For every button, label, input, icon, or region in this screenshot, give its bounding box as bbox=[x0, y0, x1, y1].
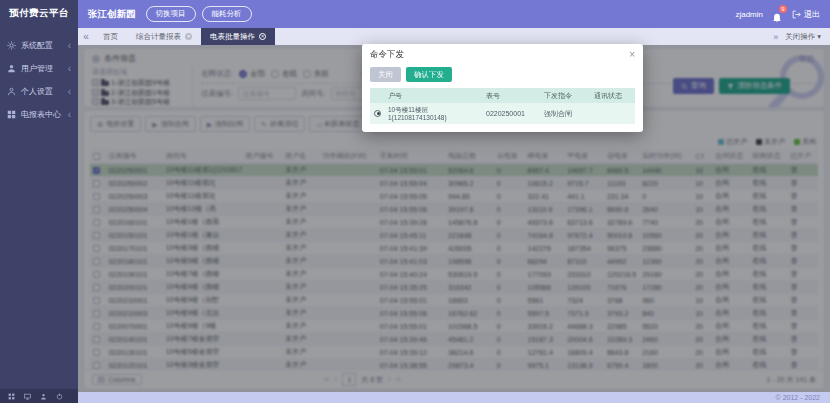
sidebar-item-system-config[interactable]: 系统配置 ‹ bbox=[0, 34, 78, 57]
radio-selected-icon[interactable] bbox=[374, 110, 381, 117]
tab-home[interactable]: 首页 bbox=[94, 28, 127, 45]
radio-cell[interactable] bbox=[370, 103, 384, 124]
confirm-dispatch-button[interactable]: 确认下发 bbox=[406, 67, 452, 82]
close-icon[interactable]: × bbox=[629, 50, 635, 60]
copyright-bar: © 2012 - 2022 bbox=[78, 392, 830, 403]
dispatch-row[interactable]: 10号楼11楼层 1(12108174130148) 0220250001 强制… bbox=[370, 103, 635, 124]
modal-header: 命令下发 × bbox=[370, 49, 635, 61]
column-header: 表号 bbox=[482, 88, 540, 103]
tab-bar-right: » 关闭操作 ▾ bbox=[773, 32, 830, 42]
screen: 预付费云平台 系统配置 ‹ 用户管理 ‹ 个人设置 ‹ 电报表中心 ‹ bbox=[0, 0, 830, 403]
column-header: 户号 bbox=[384, 88, 482, 103]
sidebar-item-label: 个人设置 bbox=[21, 86, 53, 97]
dispatch-header-row: 户号 表号 下发指令 通讯状态 bbox=[370, 88, 635, 103]
tab-label: 电表批量操作 bbox=[210, 32, 255, 42]
dispatch-table: 户号 表号 下发指令 通讯状态 10号楼11楼层 1(1210817413014… bbox=[370, 88, 635, 124]
column-header: 下发指令 bbox=[540, 88, 590, 103]
account-line2: 1(12108174130148) bbox=[388, 114, 478, 122]
chevron-left-icon: ‹ bbox=[68, 65, 71, 73]
column-header: 通讯状态 bbox=[590, 88, 635, 103]
modal-title: 命令下发 bbox=[370, 49, 404, 61]
comm-status-cell bbox=[590, 103, 635, 124]
exit-icon bbox=[792, 10, 801, 19]
username[interactable]: zjadmin bbox=[735, 10, 763, 19]
energy-analysis-button[interactable]: 能耗分析 bbox=[202, 6, 252, 22]
chevron-left-icon: ‹ bbox=[68, 88, 71, 96]
logout-button[interactable]: 退出 bbox=[792, 9, 820, 20]
sidebar-item-user-management[interactable]: 用户管理 ‹ bbox=[0, 57, 78, 80]
modal-buttons: 关闭 确认下发 bbox=[370, 67, 635, 82]
tab-label: 首页 bbox=[103, 32, 118, 42]
tabs-overflow-icon[interactable]: » bbox=[773, 32, 778, 42]
tab-meter-batch-operation[interactable]: 电表批量操作 × bbox=[201, 28, 275, 45]
modal-close-button[interactable]: 关闭 bbox=[370, 67, 401, 82]
sidebar-item-label: 电报表中心 bbox=[21, 109, 61, 120]
close-operations-label: 关闭操作 bbox=[785, 32, 815, 42]
tab-bar: « 首页 综合计量报表 × 电表批量操作 × » 关闭操作 ▾ bbox=[78, 28, 830, 45]
collapse-tabs-icon[interactable]: « bbox=[78, 31, 94, 42]
close-operations-dropdown[interactable]: 关闭操作 ▾ bbox=[785, 32, 821, 42]
chevron-left-icon: ‹ bbox=[68, 42, 71, 50]
account-cell: 10号楼11楼层 1(12108174130148) bbox=[384, 103, 482, 124]
radio-column-header bbox=[370, 88, 384, 103]
sidebar: 预付费云平台 系统配置 ‹ 用户管理 ‹ 个人设置 ‹ 电报表中心 ‹ bbox=[0, 0, 78, 403]
user-small-icon[interactable] bbox=[40, 393, 47, 400]
power-icon[interactable] bbox=[56, 393, 63, 400]
gear-icon bbox=[7, 41, 16, 50]
top-header: 张江创新园 切换项目 能耗分析 zjadmin 9 退出 bbox=[78, 0, 830, 28]
caret-down-icon: ▾ bbox=[817, 32, 821, 41]
user-icon bbox=[7, 64, 16, 73]
switch-project-button[interactable]: 切换项目 bbox=[146, 6, 196, 22]
tab-label: 综合计量报表 bbox=[136, 32, 181, 42]
project-name: 张江创新园 bbox=[88, 8, 136, 21]
sidebar-item-label: 用户管理 bbox=[21, 63, 53, 74]
sidebar-bottom-bar bbox=[0, 389, 78, 403]
tab-close-icon[interactable]: × bbox=[185, 33, 192, 40]
tab-close-icon[interactable]: × bbox=[259, 33, 266, 40]
grid-icon bbox=[7, 110, 16, 119]
command-cell: 强制合闸 bbox=[540, 103, 590, 124]
command-dispatch-modal: 命令下发 × 关闭 确认下发 户号 表号 下发指令 通讯状态 bbox=[362, 44, 643, 132]
monitor-icon[interactable] bbox=[24, 393, 31, 400]
notification-badge: 9 bbox=[779, 5, 787, 13]
sidebar-item-personal-settings[interactable]: 个人设置 ‹ bbox=[0, 80, 78, 103]
meter-cell: 0220250001 bbox=[482, 103, 540, 124]
sidebar-nav: 系统配置 ‹ 用户管理 ‹ 个人设置 ‹ 电报表中心 ‹ bbox=[0, 34, 78, 126]
sidebar-item-report-center[interactable]: 电报表中心 ‹ bbox=[0, 103, 78, 126]
chevron-left-icon: ‹ bbox=[68, 111, 71, 119]
notification-bell-icon[interactable]: 9 bbox=[772, 9, 783, 20]
app-logo: 预付费云平台 bbox=[0, 0, 78, 26]
account-line1: 10号楼11楼层 bbox=[388, 106, 478, 114]
person-icon bbox=[7, 87, 16, 96]
header-right: zjadmin 9 退出 bbox=[735, 9, 820, 20]
tab-metering-report[interactable]: 综合计量报表 × bbox=[127, 28, 201, 45]
apps-icon[interactable] bbox=[8, 393, 15, 400]
sidebar-item-label: 系统配置 bbox=[21, 40, 53, 51]
logout-label: 退出 bbox=[804, 9, 820, 20]
